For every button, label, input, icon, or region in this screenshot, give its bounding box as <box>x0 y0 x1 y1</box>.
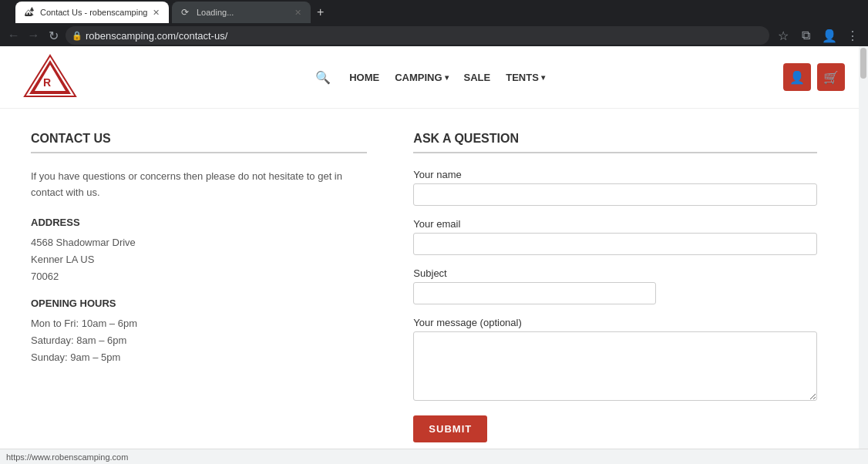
menu-button[interactable]: ⋮ <box>843 26 862 45</box>
logo-area: R <box>23 54 77 100</box>
nav-sale[interactable]: SALE <box>464 72 491 83</box>
address-text: robenscamping.com/contact-us/ <box>86 30 227 42</box>
status-bar: https://www.robenscamping.com <box>0 449 868 464</box>
nav-area: 🔍 HOME CAMPING ▾ SALE TENTS ▾ <box>315 70 545 85</box>
address-bar-row: ← → ↻ 🔒 robenscamping.com/contact-us/ ☆ … <box>0 25 868 46</box>
browser-chrome: 🏕 Contact Us - robenscamping.c... ✕ ⟳ Lo… <box>0 0 868 46</box>
svg-text:R: R <box>43 76 51 89</box>
hours-line2: Saturday: 8am – 6pm <box>31 332 367 349</box>
contact-left: CONTACT US If you have questions or conc… <box>31 132 367 442</box>
tab-contact-us[interactable]: 🏕 Contact Us - robenscamping.c... ✕ <box>15 2 169 23</box>
message-textarea[interactable] <box>413 331 817 401</box>
nav-tents[interactable]: TENTS ▾ <box>506 72 545 83</box>
message-group: Your message (optional) <box>413 317 817 403</box>
forward-button[interactable]: → <box>26 26 42 45</box>
name-group: Your name <box>413 169 817 206</box>
account-button[interactable]: 👤 <box>783 63 811 91</box>
submit-button[interactable]: SUBMIT <box>413 415 487 442</box>
nav-home[interactable]: HOME <box>349 72 379 83</box>
page-wrapper: R 🔍 HOME CAMPING ▾ SALE TENTS ▾ 👤 🛒 <box>0 46 868 464</box>
secure-icon: 🔒 <box>72 31 82 41</box>
email-input[interactable] <box>413 233 817 255</box>
form-title: ASK A QUESTION <box>413 132 817 153</box>
subject-label: Subject <box>413 267 817 279</box>
logo: R <box>23 54 77 100</box>
profile-button[interactable]: 👤 <box>820 26 839 45</box>
address-line3: 70062 <box>31 268 367 285</box>
tab-loading[interactable]: ⟳ Loading... ✕ <box>172 2 311 23</box>
header-actions: 👤 🛒 <box>783 63 845 91</box>
address-title: ADDRESS <box>31 217 367 228</box>
browser-right-actions: ☆ ⧉ 👤 ⋮ <box>774 26 862 45</box>
back-button[interactable]: ← <box>6 26 22 45</box>
nav-camping[interactable]: CAMPING ▾ <box>395 72 448 83</box>
cart-button[interactable]: 🛒 <box>817 63 845 91</box>
subject-input[interactable] <box>413 282 655 304</box>
bookmark-button[interactable]: ☆ <box>774 26 792 45</box>
tab-close-1[interactable]: ✕ <box>153 8 160 18</box>
scrollbar-thumb[interactable] <box>860 48 866 79</box>
search-icon[interactable]: 🔍 <box>315 70 331 85</box>
tab-title-2: Loading... <box>197 8 234 17</box>
subject-group: Subject <box>413 267 817 304</box>
camping-chevron: ▾ <box>445 73 449 82</box>
contact-title: CONTACT US <box>31 132 367 153</box>
email-group: Your email <box>413 218 817 255</box>
email-label: Your email <box>413 218 817 230</box>
tents-chevron: ▾ <box>541 73 545 82</box>
hours-title: OPENING HOURS <box>31 298 367 309</box>
hours-line1: Mon to Fri: 10am – 6pm <box>31 315 367 332</box>
scrollbar[interactable] <box>859 46 868 449</box>
contact-intro: If you have questions or concerns then p… <box>31 169 367 201</box>
tab-favicon-1: 🏕 <box>25 7 35 18</box>
address-line1: 4568 Shadowmar Drive <box>31 234 367 251</box>
contact-right: ASK A QUESTION Your name Your email Subj… <box>413 132 817 442</box>
tab-bar: 🏕 Contact Us - robenscamping.c... ✕ ⟳ Lo… <box>0 0 868 25</box>
hours-line3: Sunday: 9am – 5pm <box>31 349 367 366</box>
message-label: Your message (optional) <box>413 317 817 328</box>
nav-menu: HOME CAMPING ▾ SALE TENTS ▾ <box>349 72 545 83</box>
status-url: https://www.robenscamping.com <box>6 452 128 462</box>
address-line2: Kenner LA US <box>31 251 367 268</box>
reload-button[interactable]: ↻ <box>45 26 61 45</box>
address-bar[interactable]: 🔒 robenscamping.com/contact-us/ <box>66 26 769 45</box>
address-text: 4568 Shadowmar Drive Kenner LA US 70062 <box>31 234 367 285</box>
name-input[interactable] <box>413 183 817 206</box>
site-header: R 🔍 HOME CAMPING ▾ SALE TENTS ▾ 👤 🛒 <box>0 46 868 109</box>
extensions-button[interactable]: ⧉ <box>797 26 816 45</box>
new-tab-button[interactable]: + <box>317 5 324 19</box>
tab-title-1: Contact Us - robenscamping.c... <box>40 8 148 17</box>
hours-text: Mon to Fri: 10am – 6pm Saturday: 8am – 6… <box>31 315 367 366</box>
tab-favicon-2: ⟳ <box>181 7 192 18</box>
main-content: CONTACT US If you have questions or conc… <box>0 109 848 464</box>
tab-close-2[interactable]: ✕ <box>294 8 301 18</box>
name-label: Your name <box>413 169 817 180</box>
